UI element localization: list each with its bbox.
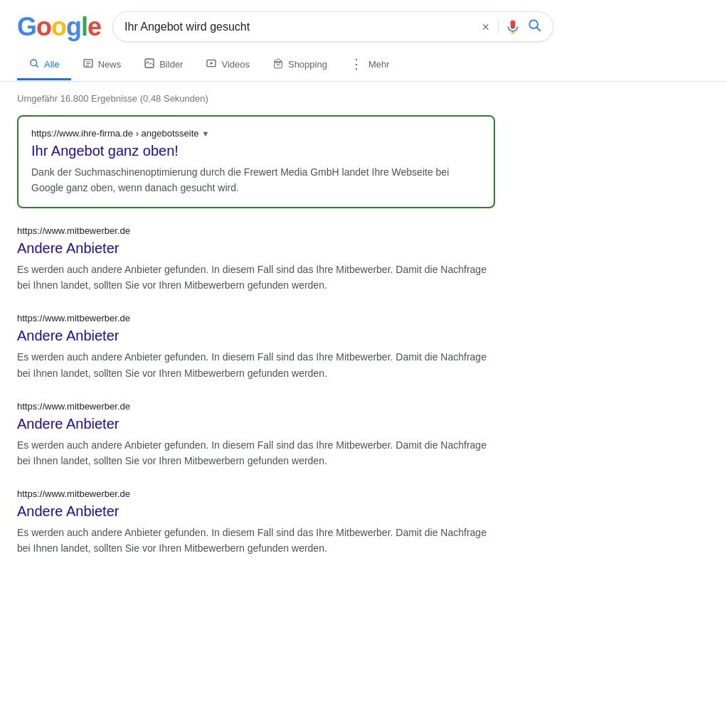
logo-o1: o xyxy=(36,12,51,42)
tab-news[interactable]: News xyxy=(71,50,133,80)
search-bar-icons: × xyxy=(481,18,542,36)
logo-e: e xyxy=(87,12,101,42)
featured-result-description: Dank der Suchmaschinenoptimierung durch … xyxy=(31,164,481,196)
tab-shopping[interactable]: Shopping xyxy=(261,50,339,80)
mehr-icon: ⋮ xyxy=(350,56,364,72)
featured-result: https://www.ihre-firma.de › angebotsseit… xyxy=(17,115,495,208)
search-icon xyxy=(527,18,541,32)
bilder-icon xyxy=(144,58,155,71)
shopping-icon xyxy=(272,58,284,71)
results-count: Umgefähr 16.800 Ergebnisse (0,48 Sekunde… xyxy=(17,93,495,104)
result-4-url: https://www.mitbewerber.de xyxy=(17,488,495,499)
clear-button[interactable]: × xyxy=(481,19,492,35)
tab-videos-label: Videos xyxy=(221,59,250,70)
tab-alle[interactable]: Alle xyxy=(17,50,71,80)
logo-l: l xyxy=(81,12,87,42)
result-1-description: Es werden auch andere Anbieter gefunden.… xyxy=(17,262,495,293)
tab-bilder-label: Bilder xyxy=(159,59,183,70)
alle-icon xyxy=(28,58,40,71)
mic-icon[interactable] xyxy=(506,20,520,34)
tab-news-label: News xyxy=(98,59,122,70)
news-icon xyxy=(83,58,94,71)
result-item-4: https://www.mitbewerber.de Andere Anbiet… xyxy=(17,488,495,556)
result-4-title[interactable]: Andere Anbieter xyxy=(17,502,495,520)
icon-divider xyxy=(498,20,499,34)
result-item-3: https://www.mitbewerber.de Andere Anbiet… xyxy=(17,401,495,469)
tab-videos[interactable]: Videos xyxy=(194,50,261,80)
logo-g2: g xyxy=(66,12,81,42)
tab-mehr-label: Mehr xyxy=(368,59,390,70)
result-2-title[interactable]: Andere Anbieter xyxy=(17,326,495,345)
svg-rect-1 xyxy=(511,32,516,33)
result-item-1: https://www.mitbewerber.de Andere Anbiet… xyxy=(17,225,495,293)
result-4-description: Es werden auch andere Anbieter gefunden.… xyxy=(17,525,495,556)
google-logo[interactable]: G o o g l e xyxy=(17,12,101,42)
result-1-url: https://www.mitbewerber.de xyxy=(17,225,495,236)
svg-line-3 xyxy=(537,28,541,31)
search-query-text: Ihr Angebot wird gesucht xyxy=(124,21,473,33)
tab-mehr[interactable]: ⋮ Mehr xyxy=(339,49,401,81)
result-2-description: Es werden auch andere Anbieter gefunden.… xyxy=(17,349,495,380)
svg-marker-13 xyxy=(211,62,213,65)
logo-o2: o xyxy=(51,12,66,42)
search-submit-button[interactable] xyxy=(527,18,541,36)
results-area: Umgefähr 16.800 Ergebnisse (0,48 Sekunde… xyxy=(0,82,512,556)
featured-result-url: https://www.ihre-firma.de › angebotsseit… xyxy=(31,128,481,139)
search-bar: Ihr Angebot wird gesucht × xyxy=(112,11,553,42)
result-item-2: https://www.mitbewerber.de Andere Anbiet… xyxy=(17,313,495,380)
header: G o o g l e Ihr Angebot wird gesucht × xyxy=(0,0,727,49)
logo-g1: G xyxy=(17,12,36,42)
url-dropdown-arrow[interactable]: ▼ xyxy=(202,129,210,138)
nav-tabs: Alle News Bilder xyxy=(0,49,727,82)
result-1-title[interactable]: Andere Anbieter xyxy=(17,239,495,257)
result-3-title[interactable]: Andere Anbieter xyxy=(17,414,495,433)
featured-result-title[interactable]: Ihr Angebot ganz oben! xyxy=(31,141,481,160)
videos-icon xyxy=(206,58,217,71)
result-3-description: Es werden auch andere Anbieter gefunden.… xyxy=(17,437,495,469)
result-2-url: https://www.mitbewerber.de xyxy=(17,313,495,323)
result-3-url: https://www.mitbewerber.de xyxy=(17,401,495,412)
tab-shopping-label: Shopping xyxy=(288,59,327,70)
tab-alle-label: Alle xyxy=(44,59,60,70)
svg-line-5 xyxy=(36,65,38,67)
tab-bilder[interactable]: Bilder xyxy=(132,50,194,80)
